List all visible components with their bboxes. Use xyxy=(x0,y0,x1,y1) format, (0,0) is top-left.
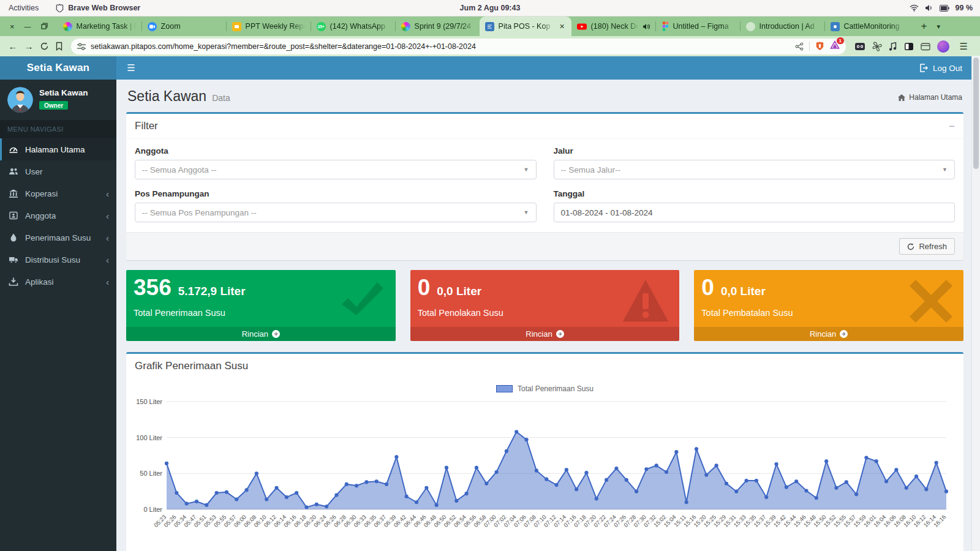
chevron-down-icon: ▼ xyxy=(942,167,948,173)
wifi-icon xyxy=(910,4,919,12)
stats-row: 356 5.172,9 Liter Total Penerimaan Susu … xyxy=(126,270,963,341)
filter-title: Filter xyxy=(135,120,158,132)
collapse-button[interactable]: − xyxy=(949,121,955,132)
sidebar-item-anggota[interactable]: Anggota‹ xyxy=(0,204,116,227)
browser-tab[interactable]: Sprint 9 (29/7/24 xyxy=(396,17,480,36)
clickup-favicon xyxy=(63,22,72,31)
tab-audio-icon[interactable] xyxy=(643,23,650,30)
extension-wallet-icon[interactable] xyxy=(921,42,930,51)
profile-avatar[interactable] xyxy=(937,40,949,53)
clock[interactable]: Jum 2 Agu 09:43 xyxy=(460,4,521,12)
breadcrumb[interactable]: Halaman Utama xyxy=(898,88,962,102)
cattle-favicon xyxy=(831,22,840,31)
extension-music-icon[interactable] xyxy=(889,42,897,51)
forward-button[interactable]: → xyxy=(21,41,37,51)
tab-close-icon[interactable]: × xyxy=(558,21,565,31)
stat-card-penerimaan: 356 5.172,9 Liter Total Penerimaan Susu … xyxy=(126,270,396,341)
area-chart: 150 Liter100 Liter50 Liter0 Liter05:2305… xyxy=(135,394,952,549)
share-icon[interactable] xyxy=(795,42,804,51)
stat-liters: 0,0 Liter xyxy=(437,285,481,298)
page-scrollbar[interactable] xyxy=(971,56,980,551)
user-panel: Setia Kawan Owner xyxy=(0,80,116,120)
sidebar-item-penerimaan-susu[interactable]: Penerimaan Susu‹ xyxy=(0,227,116,249)
logout-icon xyxy=(919,64,928,72)
stat-card-pembatalan: 0 0,0 Liter Total Pembatalan Susu Rincia… xyxy=(694,270,963,341)
page-subtitle: Data xyxy=(212,93,230,103)
window-minimize-button[interactable]: — xyxy=(24,23,31,30)
sidebar-item-koperasi[interactable]: Koperasi‹ xyxy=(0,182,116,204)
extensions-area: ☰ xyxy=(851,40,975,53)
browser-tab[interactable]: Introduction | Ad xyxy=(741,17,824,36)
url-text[interactable]: setiakawan.pitapos.com/home_koperasi?mem… xyxy=(91,42,795,51)
tab-search-chevron-icon[interactable]: ▾ xyxy=(937,23,941,31)
browser-tab[interactable]: Untitled – Figma xyxy=(656,17,740,36)
extension-robot-icon[interactable] xyxy=(854,42,865,51)
arrow-circle-right-icon xyxy=(272,330,280,338)
page-content: Setia Kawan Data Halaman Utama Filter − xyxy=(116,80,972,551)
jalur-select[interactable]: -- Semua Jalur-- ▼ xyxy=(554,160,956,179)
browser-tab[interactable]: 35+(142) WhatsApp xyxy=(311,17,395,36)
stat-count: 0 xyxy=(701,276,714,299)
stat-count: 356 xyxy=(134,276,172,299)
activities-button[interactable]: Activities xyxy=(9,4,39,12)
logout-button[interactable]: Log Out xyxy=(910,56,972,80)
anggota-select[interactable]: -- Semua Anggota -- ▼ xyxy=(135,160,537,179)
home-icon xyxy=(898,94,905,101)
browser-tab[interactable]: CattleMonitoring xyxy=(825,17,909,36)
sidebar-item-aplikasi[interactable]: Aplikasi‹ xyxy=(0,271,116,293)
brave-rewards-button[interactable]: 1 xyxy=(830,40,840,52)
filter-field-tanggal: Tanggal 01-08-2024 - 01-08-2024 xyxy=(554,189,956,222)
chevron-down-icon: ▼ xyxy=(524,209,529,216)
system-bar: Activities Brave Web Browser Jum 2 Agu 0… xyxy=(0,0,980,17)
extension-dark-panel-icon[interactable] xyxy=(904,42,914,51)
browser-menu-icon[interactable]: ☰ xyxy=(956,41,971,52)
chart-legend: Total Penerimaan Susu xyxy=(135,384,955,393)
browser-tab[interactable]: PPT Weekly Repor xyxy=(227,17,311,36)
new-tab-button[interactable]: + xyxy=(921,20,927,32)
legend-swatch xyxy=(496,385,513,392)
bank-icon xyxy=(9,189,18,198)
window-close-button[interactable]: × xyxy=(10,23,15,31)
main-area: ☰ Log Out Setia Kawan Data Halaman Utama xyxy=(116,56,972,551)
filter-panel: Filter − Anggota -- Semua Anggota -- ▼ xyxy=(126,112,963,260)
sidebar-item-halaman-utama[interactable]: Halaman Utama xyxy=(0,138,116,160)
badge-icon xyxy=(9,211,18,220)
browser-tab[interactable]: Zoom xyxy=(142,17,226,36)
truck-icon xyxy=(9,255,18,264)
window-restore-button[interactable] xyxy=(41,23,48,31)
stat-count: 0 xyxy=(418,276,431,299)
back-button[interactable]: ← xyxy=(5,41,21,51)
rincian-link[interactable]: Rincian xyxy=(694,327,963,341)
browser-tab[interactable]: Pita POS - Kop× xyxy=(480,17,571,36)
filter-field-anggota: Anggota -- Semua Anggota -- ▼ xyxy=(135,146,537,179)
reload-button[interactable] xyxy=(37,42,51,51)
user-role-badge: Owner xyxy=(39,101,68,110)
app-menu[interactable]: Brave Web Browser xyxy=(56,4,140,12)
svg-text:100 Liter: 100 Liter xyxy=(136,434,162,441)
browser-tab[interactable]: (180) Neck Dec xyxy=(571,17,655,36)
chevron-down-icon: ▼ xyxy=(524,167,529,173)
brave-shield-icon[interactable] xyxy=(815,41,824,51)
sidebar-toggle-icon[interactable]: ☰ xyxy=(116,62,146,73)
user-name: Setia Kawan xyxy=(39,88,88,97)
bookmark-icon[interactable] xyxy=(51,42,66,51)
app-window: Setia Kawan Setia Kawan Owner MENU NAVIG… xyxy=(0,56,980,551)
pos-select[interactable]: -- Semua Pos Penampungan -- ▼ xyxy=(135,203,537,222)
rincian-link[interactable]: Rincian xyxy=(126,327,396,341)
rincian-link[interactable]: Rincian xyxy=(410,327,680,341)
system-tray[interactable]: 99 % xyxy=(910,4,980,12)
site-settings-icon[interactable] xyxy=(77,43,86,50)
sidebar-item-distribusi-susu[interactable]: Distribusi Susu‹ xyxy=(0,249,116,271)
tab-strip: × — Marketing Task | FZoomPPT Weekly Rep… xyxy=(0,17,980,36)
brand-logo[interactable]: Setia Kawan xyxy=(0,56,116,80)
daterange-input[interactable]: 01-08-2024 - 01-08-2024 xyxy=(554,203,956,222)
refresh-button[interactable]: Refresh xyxy=(899,238,955,255)
browser-tab[interactable]: Marketing Task | F xyxy=(58,17,141,36)
extension-clover-icon[interactable] xyxy=(872,42,882,51)
sidebar-item-user[interactable]: User xyxy=(0,160,116,182)
user-avatar xyxy=(7,87,33,113)
address-bar[interactable]: setiakawan.pitapos.com/home_koperasi?mem… xyxy=(71,39,846,54)
svg-text:0 Liter: 0 Liter xyxy=(143,506,162,513)
legend-label: Total Penerimaan Susu xyxy=(518,384,594,393)
scrollbar-thumb[interactable] xyxy=(973,58,979,169)
